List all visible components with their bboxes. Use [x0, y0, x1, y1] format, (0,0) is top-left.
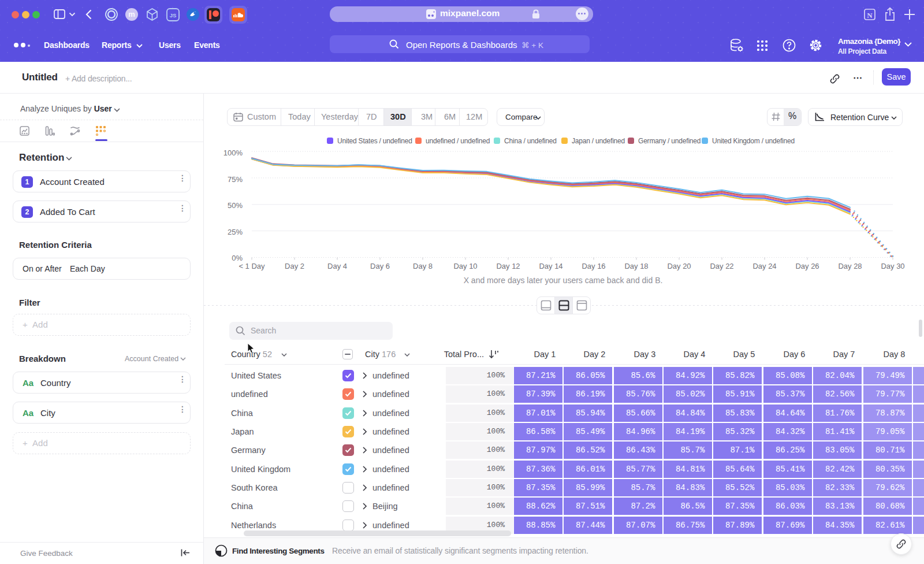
- svg-text:JS: JS: [170, 12, 177, 18]
- svg-text:N: N: [867, 11, 873, 20]
